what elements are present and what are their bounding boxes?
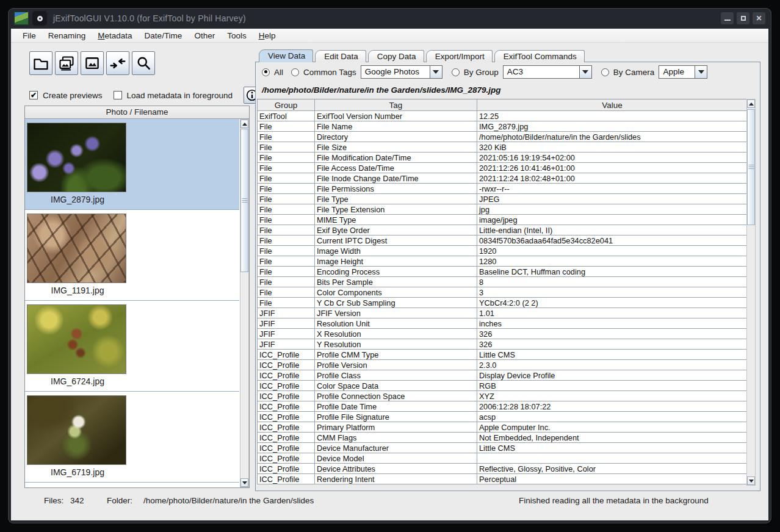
chevron-down-icon[interactable]	[695, 66, 707, 78]
table-scrollbar[interactable]	[746, 99, 756, 486]
maximize-button[interactable]	[737, 12, 749, 24]
table-row[interactable]: ICC_ProfileDevice AttributesReflective, …	[258, 464, 748, 474]
table-row[interactable]: FileImage Height1280	[258, 256, 748, 267]
table-row[interactable]: FileFile TypeJPEG	[258, 194, 748, 204]
scrollbar-thumb[interactable]	[747, 109, 755, 225]
photo-list-item[interactable]: IMG_6724.jpg	[25, 301, 239, 392]
chevron-down-icon[interactable]	[579, 66, 591, 78]
chevron-down-icon[interactable]	[430, 66, 442, 78]
table-row[interactable]: ICC_ProfileRendering IntentPerceptual	[258, 474, 748, 484]
menu-item-date-time[interactable]: Date/Time	[139, 30, 188, 41]
table-row[interactable]: ICC_ProfileColor Space DataRGB	[258, 381, 748, 391]
table-row[interactable]: FileFile Access Date/Time2021:12:26 10:4…	[258, 163, 748, 173]
table-row[interactable]: FileEncoding ProcessBaseline DCT, Huffma…	[258, 267, 748, 277]
table-row[interactable]: ICC_ProfileDevice Model	[258, 453, 748, 464]
table-row[interactable]: FileCurrent IPTC Digest0834f570b36adaa64…	[258, 235, 748, 246]
combine-metadata-button[interactable]	[106, 51, 129, 75]
scroll-up-button[interactable]	[747, 99, 755, 108]
table-row[interactable]: JFIFY Resolution326	[258, 339, 748, 350]
window-menu-icon[interactable]	[32, 11, 47, 26]
table-row[interactable]: FileMIME Typeimage/jpeg	[258, 215, 748, 225]
radio-common-tags[interactable]	[291, 68, 299, 76]
image-icon	[84, 55, 101, 72]
cell-value: 2.3.0	[477, 360, 748, 370]
table-row[interactable]: FileFile Inode Change Date/Time2021:12:2…	[258, 173, 748, 184]
table-row[interactable]: ExifToolExifTool Version Number12.25	[258, 111, 748, 121]
cell-value: XYZ	[477, 391, 748, 401]
load-images-button[interactable]	[55, 51, 78, 75]
table-row[interactable]: FileColor Components3	[258, 287, 748, 298]
table-row[interactable]: ICC_ProfileProfile CMM TypeLittle CMS	[258, 350, 748, 360]
table-row[interactable]: ICC_ProfileProfile ClassDisplay Device P…	[258, 370, 748, 381]
menu-item-help[interactable]: Help	[253, 30, 281, 41]
minimize-button[interactable]	[721, 12, 734, 24]
table-row[interactable]: JFIFResolution Unitinches	[258, 318, 748, 329]
table-row[interactable]: JFIFX Resolution326	[258, 329, 748, 339]
tab-copy-data[interactable]: Copy Data	[368, 50, 424, 62]
cell-tag: Y Resolution	[315, 339, 477, 350]
table-row[interactable]: FileBits Per Sample8	[258, 277, 748, 287]
photo-list-scrollbar[interactable]	[240, 119, 249, 487]
photo-list-item[interactable]: IMG_2879.jpg	[25, 119, 239, 210]
radio-by-camera[interactable]	[601, 68, 609, 76]
cell-value: -rwxr--r--	[477, 184, 748, 194]
table-row[interactable]: ICC_ProfileDevice ManufacturerLittle CMS	[258, 443, 748, 453]
current-file-path: /home/photo/Bilder/nature/in the Garden/…	[262, 85, 501, 95]
table-row[interactable]: ICC_ProfileProfile File Signatureacsp	[258, 412, 748, 422]
column-header-value[interactable]: Value	[477, 99, 748, 111]
close-button[interactable]: ✕	[753, 12, 765, 24]
cell-value: 0834f570b36adaa64fad5e34cc82e041	[477, 235, 748, 246]
single-image-button[interactable]	[81, 51, 104, 75]
radio-all[interactable]	[262, 68, 270, 76]
cell-group: ICC_Profile	[258, 464, 315, 474]
table-row[interactable]: FileFile Type Extensionjpg	[258, 204, 748, 215]
table-row[interactable]: ICC_ProfileCMM FlagsNot Embedded, Indepe…	[258, 433, 748, 443]
table-row[interactable]: ICC_ProfilePrimary PlatformApple Compute…	[258, 422, 748, 433]
table-row[interactable]: ICC_ProfileProfile Date Time2006:12:28 1…	[258, 401, 748, 412]
menu-item-tools[interactable]: Tools	[222, 30, 252, 41]
table-row[interactable]: FileFile Size320 KiB	[258, 142, 748, 153]
camera-combobox[interactable]: Apple	[659, 65, 707, 79]
table-row[interactable]: ICC_ProfileProfile Connection SpaceXYZ	[258, 391, 748, 401]
load-metadata-checkbox[interactable]	[114, 91, 122, 99]
table-row[interactable]: FileY Cb Cr Sub SamplingYCbCr4:2:0 (2 2)	[258, 298, 748, 308]
column-header-group[interactable]: Group	[258, 99, 315, 111]
table-row[interactable]: FileImage Width1920	[258, 246, 748, 256]
photo-list-item[interactable]: IMG_6719.jpg	[25, 392, 239, 483]
cell-group: JFIF	[258, 339, 315, 350]
tab-view-data[interactable]: View Data	[259, 49, 313, 62]
table-row[interactable]: FileFile NameIMG_2879.jpg	[258, 121, 748, 132]
photo-list-header[interactable]: Photo / Filename	[25, 106, 249, 119]
column-header-tag[interactable]: Tag	[315, 99, 477, 111]
radio-by-camera-label: By Camera	[613, 68, 655, 77]
table-row[interactable]: FileDirectory/home/photo/Bilder/nature/i…	[258, 132, 748, 142]
cell-value: RGB	[477, 381, 748, 391]
cell-tag: JFIF Version	[315, 308, 477, 318]
table-row[interactable]: JFIFJFIF Version1.01	[258, 308, 748, 318]
scroll-down-button[interactable]	[240, 478, 248, 487]
menu-item-other[interactable]: Other	[189, 30, 220, 41]
scroll-down-button[interactable]	[747, 476, 755, 485]
table-row[interactable]: ICC_ProfileProfile Version2.3.0	[258, 360, 748, 370]
photo-list-item[interactable]: IMG_1191.jpg	[25, 210, 239, 301]
menu-item-file[interactable]: File	[17, 30, 42, 41]
table-row[interactable]: FileFile Modification Date/Time2021:05:1…	[258, 153, 748, 163]
group-combobox[interactable]: AC3	[503, 65, 592, 79]
menu-item-metadata[interactable]: Metadata	[92, 30, 137, 41]
scroll-up-button[interactable]	[240, 120, 248, 128]
open-folder-button[interactable]	[29, 51, 52, 75]
cell-value: image/jpeg	[477, 215, 748, 225]
radio-by-group[interactable]	[452, 68, 460, 76]
metadata-table: Group Tag Value ExifToolExifTool Version…	[257, 99, 748, 484]
photo-filename: IMG_6719.jpg	[27, 465, 128, 477]
search-button[interactable]	[132, 51, 155, 75]
tab-exiftool-commands[interactable]: ExifTool Commands	[494, 50, 585, 62]
menu-item-renaming[interactable]: Renaming	[43, 30, 92, 41]
tab-export-import[interactable]: Export/Import	[426, 50, 493, 62]
tags-combobox[interactable]: Google Photos	[361, 65, 442, 79]
table-row[interactable]: FileFile Permissions-rwxr--r--	[258, 184, 748, 194]
table-row[interactable]: FileExif Byte OrderLittle-endian (Intel,…	[258, 225, 748, 235]
create-previews-checkbox[interactable]: ✔	[29, 91, 38, 99]
scrollbar-thumb[interactable]	[240, 129, 248, 272]
tab-edit-data[interactable]: Edit Data	[315, 50, 366, 62]
